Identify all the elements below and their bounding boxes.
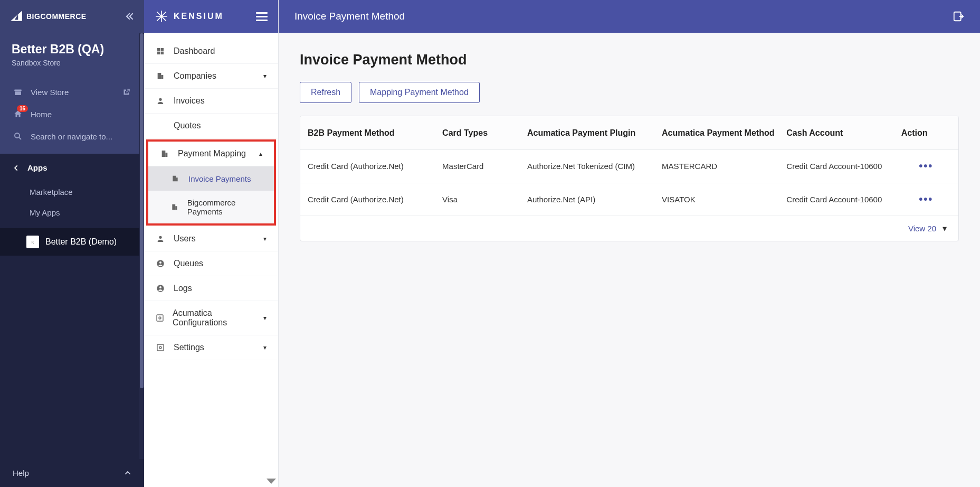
view-count-select[interactable]: View 20 xyxy=(908,224,936,233)
search-input[interactable]: Search or navigate to... xyxy=(0,125,144,147)
svg-point-20 xyxy=(159,286,161,288)
person-icon xyxy=(156,96,165,106)
svg-rect-0 xyxy=(14,90,22,91)
bigcommerce-sidebar: BIGCOMMERCE Better B2B (QA) Sandbox Stor… xyxy=(0,0,144,487)
scrollbar[interactable] xyxy=(139,33,144,466)
person-circle-icon xyxy=(156,284,165,293)
apps-nav-header[interactable]: Apps xyxy=(0,154,144,182)
kensium-sidebar: KENSIUM Dashboard Companies ▾ Invoices Q… xyxy=(144,0,279,487)
chevron-down-icon: ▾ xyxy=(263,235,267,242)
gear-box-icon xyxy=(156,343,165,352)
chevron-left-icon xyxy=(13,164,20,172)
gear-box-icon xyxy=(156,313,164,323)
th-cash: Cash Account xyxy=(786,126,896,140)
svg-rect-15 xyxy=(175,206,177,210)
nav-bigcommerce-payments[interactable]: Bigcommerce Payments xyxy=(148,191,274,223)
mapping-payment-method-button[interactable]: Mapping Payment Method xyxy=(359,82,480,103)
bigcommerce-logo: BIGCOMMERCE xyxy=(9,10,87,23)
collapse-sidebar-icon[interactable] xyxy=(124,11,135,22)
building-icon xyxy=(170,202,179,212)
row-actions-button[interactable]: ••• xyxy=(901,160,951,172)
nav-logs[interactable]: Logs xyxy=(144,276,278,301)
building-icon xyxy=(170,174,180,183)
chevron-down-icon: ▾ xyxy=(263,72,267,80)
person-circle-icon xyxy=(156,259,165,268)
marketplace-link[interactable]: Marketplace xyxy=(0,182,144,202)
chevron-down-icon: ▾ xyxy=(263,314,267,322)
nav-payment-mapping[interactable]: Payment Mapping ▴ xyxy=(148,142,274,166)
payment-methods-table: B2B Payment Method Card Types Acumatica … xyxy=(300,116,959,241)
current-app[interactable]: K Better B2B (Demo) xyxy=(0,228,144,256)
chevron-up-icon: ▴ xyxy=(259,150,262,157)
svg-rect-14 xyxy=(172,204,175,210)
store-header: Better B2B (QA) Sandbox Store xyxy=(0,33,144,78)
chevron-up-icon xyxy=(124,470,131,477)
table-row: Credit Card (Authorize.Net) MasterCard A… xyxy=(300,150,958,183)
svg-point-16 xyxy=(159,236,161,239)
store-name: Better B2B (QA) xyxy=(12,42,132,57)
payment-mapping-highlight: Payment Mapping ▴ Invoice Payments Bigco… xyxy=(146,139,276,226)
svg-rect-8 xyxy=(161,75,163,79)
svg-rect-12 xyxy=(173,176,176,182)
nav-queues[interactable]: Queues xyxy=(144,251,278,276)
nav-settings[interactable]: Settings ▾ xyxy=(144,335,278,360)
my-apps-link[interactable]: My Apps xyxy=(0,202,144,223)
nav-invoices[interactable]: Invoices xyxy=(144,89,278,114)
th-plugin: Acumatica Payment Plugin xyxy=(527,126,656,140)
topbar: Invoice Payment Method xyxy=(279,0,980,33)
topbar-title: Invoice Payment Method xyxy=(294,11,405,22)
svg-rect-6 xyxy=(161,52,164,54)
svg-rect-21 xyxy=(157,315,163,321)
svg-rect-23 xyxy=(157,344,164,351)
action-buttons: Refresh Mapping Payment Method xyxy=(300,82,959,103)
main-panel: Invoice Payment Method Invoice Payment M… xyxy=(279,0,980,487)
chevron-down-icon: ▾ xyxy=(263,344,267,351)
view-store-link[interactable]: View Store xyxy=(0,81,144,103)
app-thumb-icon: K xyxy=(26,236,39,248)
table-header: B2B Payment Method Card Types Acumatica … xyxy=(300,116,958,150)
store-icon xyxy=(13,87,23,97)
svg-rect-13 xyxy=(176,177,178,181)
building-icon xyxy=(160,149,169,158)
building-icon xyxy=(156,71,165,81)
svg-rect-3 xyxy=(157,48,160,51)
th-card-types: Card Types xyxy=(442,126,522,140)
svg-rect-10 xyxy=(162,151,166,157)
svg-point-9 xyxy=(159,98,161,101)
nav-quotes[interactable]: Quotes xyxy=(144,114,278,138)
table-footer: View 20 ▾ xyxy=(300,216,958,241)
bc-main-nav: Apps Marketplace My Apps K Better B2B (D… xyxy=(0,154,144,487)
kensium-top-bar: KENSIUM xyxy=(144,0,278,33)
home-link[interactable]: 16 Home xyxy=(0,103,144,125)
refresh-button[interactable]: Refresh xyxy=(300,82,351,103)
nav-acumatica-config[interactable]: Acumatica Configurations ▾ xyxy=(144,301,278,335)
exit-icon[interactable] xyxy=(953,11,964,22)
th-method: Acumatica Payment Method xyxy=(662,126,781,140)
nav-dashboard[interactable]: Dashboard xyxy=(144,39,278,64)
dashboard-icon xyxy=(156,46,165,56)
svg-point-18 xyxy=(159,261,161,264)
bc-top-bar: BIGCOMMERCE xyxy=(0,0,144,33)
resize-handle-icon[interactable] xyxy=(267,479,276,484)
kensium-nav: Dashboard Companies ▾ Invoices Quotes Pa… xyxy=(144,33,278,367)
nav-companies[interactable]: Companies ▾ xyxy=(144,64,278,89)
home-badge: 16 xyxy=(17,105,28,112)
nav-invoice-payments[interactable]: Invoice Payments xyxy=(148,166,274,191)
row-actions-button[interactable]: ••• xyxy=(901,193,951,205)
th-b2b: B2B Payment Method xyxy=(308,126,437,140)
nav-users[interactable]: Users ▾ xyxy=(144,227,278,251)
store-type: Sandbox Store xyxy=(12,59,132,67)
svg-rect-4 xyxy=(161,48,164,51)
page-title: Invoice Payment Method xyxy=(300,52,959,68)
svg-point-2 xyxy=(15,133,20,138)
help-link[interactable]: Help xyxy=(0,459,144,487)
chevron-down-icon: ▾ xyxy=(943,223,947,233)
svg-point-24 xyxy=(159,346,161,349)
menu-toggle-icon[interactable] xyxy=(256,10,268,23)
external-link-icon xyxy=(121,87,131,97)
svg-rect-11 xyxy=(165,153,167,157)
content-area: Invoice Payment Method Refresh Mapping P… xyxy=(279,33,980,260)
kensium-logo: KENSIUM xyxy=(155,10,224,23)
search-icon xyxy=(13,131,23,142)
svg-rect-1 xyxy=(15,91,21,95)
